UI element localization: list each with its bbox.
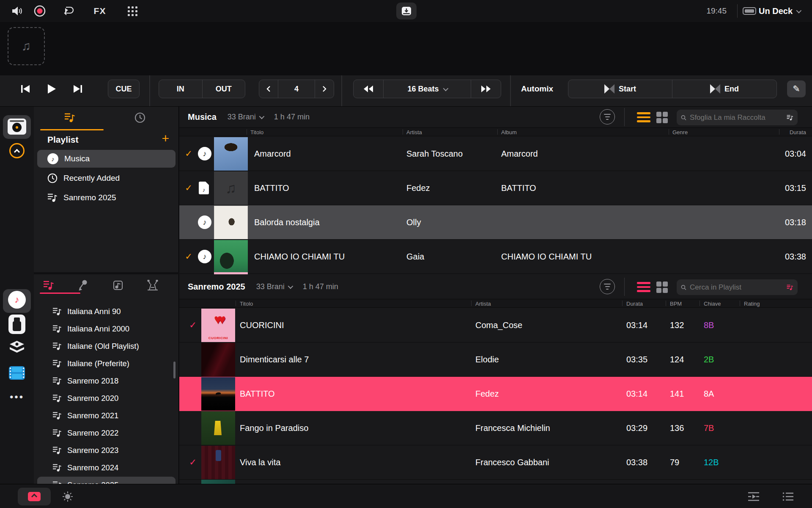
track-row[interactable]: ✓ ♪ ♫ BATTITO Fedez BATTITO 03:15 (179, 171, 812, 205)
usb-device-icon[interactable] (0, 315, 34, 334)
apps-grid-icon[interactable] (123, 0, 141, 22)
filter-icon[interactable] (600, 109, 615, 124)
record-icon[interactable] (33, 0, 47, 22)
edit-automix-button[interactable]: ✎ (787, 80, 806, 97)
column-titolo[interactable]: Titolo (240, 301, 253, 307)
column-album[interactable]: Album (501, 129, 517, 135)
autoplay-loop-icon[interactable] (60, 0, 76, 22)
sidebar-item-sanremo-2025[interactable]: Sanremo 2025 (37, 189, 176, 207)
brightness-icon[interactable] (58, 484, 77, 508)
column-artista[interactable]: Artista (406, 129, 422, 135)
automix-queue-icon[interactable] (744, 484, 763, 508)
beats-select[interactable]: 16 Beats (384, 80, 471, 98)
playlist-item[interactable]: Italiana Anni 90 (37, 303, 176, 320)
track-duration: 03:04 (785, 137, 806, 171)
collapse-chevron-button[interactable] (0, 143, 34, 158)
playlist-item-label: Sanremo 2021 (67, 411, 118, 420)
playlist-item[interactable]: Sanremo 2024 (37, 459, 176, 476)
column-durata[interactable]: Durata (626, 301, 643, 307)
more-sources-icon[interactable]: ••• (0, 391, 34, 403)
panel-header: Sanremo 2025 33 Brani 1 h 47 min (179, 274, 812, 299)
playlist-item[interactable]: Italiane (Old Playlist) (37, 338, 176, 355)
loop-out-button[interactable]: OUT (203, 80, 245, 98)
track-count-select[interactable]: 33 Brani (228, 113, 263, 121)
hearts-decoration: ♥♥ (201, 312, 235, 326)
tab-music-app[interactable] (107, 274, 129, 296)
playlist-item[interactable]: Sanremo 2021 (37, 407, 176, 424)
sidebar-item-musica[interactable]: ♪ Musica (37, 150, 176, 168)
playlist-search[interactable] (677, 279, 798, 295)
apple-music-icon[interactable]: ♪ (0, 291, 34, 309)
loop-in-button[interactable]: IN (159, 80, 202, 98)
browse-playlist-icon[interactable] (787, 113, 793, 122)
skip-back-button[interactable] (354, 80, 383, 98)
deck-artwork-placeholder[interactable]: ♫ (8, 27, 45, 65)
list-view-button[interactable] (637, 112, 650, 122)
deck-layout-icon (743, 7, 756, 15)
previous-track-button[interactable] (15, 80, 36, 98)
track-row[interactable]: ✓ ♥♥ CUORICINI CUORICINI Coma_Cose 03:14… (179, 308, 812, 342)
tab-playlists[interactable] (56, 107, 84, 129)
list-view-button[interactable] (637, 282, 650, 292)
automix-start-button[interactable]: Start (568, 80, 672, 98)
volume-icon[interactable] (9, 0, 25, 22)
sidebar-scrollbar[interactable] (173, 362, 176, 378)
playlist-item[interactable]: Italiane (Preferite) (37, 355, 176, 372)
checkmark-icon: ✓ (183, 171, 195, 205)
column-chiave[interactable]: Chiave (704, 301, 721, 307)
playlist-item[interactable]: Sanremo 2020 (37, 390, 176, 407)
library-layers-icon[interactable] (0, 340, 34, 356)
column-bpm[interactable]: BPM (670, 301, 682, 307)
sidebar-item-recently-added[interactable]: Recently Added (37, 169, 176, 187)
track-row[interactable]: ✓ Viva la vita Francesco Gabbani 03:38 7… (179, 445, 812, 480)
browse-playlist-icon[interactable] (787, 283, 793, 292)
automix-end-button[interactable]: End (672, 80, 776, 98)
add-playlist-button[interactable]: + (162, 131, 169, 146)
playlist-item[interactable]: Sanremo 2022 (37, 425, 176, 442)
track-row-selected[interactable]: BATTITO Fedez 03:14 141 8A (179, 377, 812, 411)
track-row-selected[interactable]: ♪ Balorda nostalgia Olly 03:18 (179, 205, 812, 240)
track-album: CHIAMO IO CHIAMI TU (501, 240, 592, 273)
video-library-icon[interactable] (0, 366, 34, 380)
sidebar-item-label: Musica (64, 154, 90, 163)
fx-button[interactable]: FX (91, 0, 109, 22)
next-track-button[interactable] (68, 80, 88, 98)
library-search[interactable] (677, 110, 798, 125)
column-durata[interactable]: Durata (790, 129, 806, 135)
track-row[interactable]: Fango in Paradiso Francesca Michielin 03… (179, 411, 812, 445)
track-title: CHIAMO IO CHIAMI TU (254, 240, 345, 273)
external-display-button[interactable] (18, 488, 51, 505)
filter-icon[interactable] (600, 279, 615, 294)
album-art: ♫ (214, 171, 248, 205)
grid-view-button[interactable] (656, 282, 668, 293)
track-key: 8B (704, 308, 714, 342)
loop-decrement-button[interactable] (259, 80, 278, 98)
playlist-item[interactable]: Sanremo 2018 (37, 373, 176, 389)
skip-forward-button[interactable] (471, 80, 501, 98)
playlist-item[interactable]: Sanremo 2023 (37, 442, 176, 459)
track-album: Amarcord (501, 137, 538, 171)
track-count-select[interactable]: 33 Brani (256, 282, 292, 291)
checkmark-icon: ✓ (183, 240, 195, 273)
column-genre[interactable]: Genre (672, 129, 688, 135)
load-track-button[interactable] (396, 3, 417, 19)
tab-instruments[interactable] (141, 274, 164, 296)
loop-increment-button[interactable] (315, 80, 334, 98)
queue-list-icon[interactable] (779, 484, 798, 508)
cue-button[interactable]: CUE (108, 80, 140, 98)
column-titolo[interactable]: Titolo (250, 129, 263, 135)
track-row[interactable]: ✓ ♪ Amarcord Sarah Toscano Amarcord 03:0… (179, 137, 812, 171)
playlist-item[interactable]: Italiana Anni 2000 (37, 320, 176, 337)
play-button[interactable] (41, 80, 63, 98)
deck-mode-select[interactable]: Un Deck (759, 0, 800, 22)
grid-view-button[interactable] (656, 112, 668, 123)
column-artista[interactable]: Artista (475, 301, 491, 307)
search-input[interactable] (690, 283, 783, 292)
track-row[interactable]: ✓ ♪ CHIAMO IO CHIAMI TU Gaia CHIAMO IO C… (179, 240, 812, 274)
tab-recent[interactable] (126, 107, 154, 129)
search-input[interactable] (690, 113, 783, 122)
start-label: Start (619, 85, 636, 94)
track-row[interactable]: Dimenticarsi alle 7 Elodie 03:35 124 2B (179, 342, 812, 377)
column-rating[interactable]: Rating (744, 301, 760, 307)
record-crate-icon[interactable] (0, 119, 34, 135)
